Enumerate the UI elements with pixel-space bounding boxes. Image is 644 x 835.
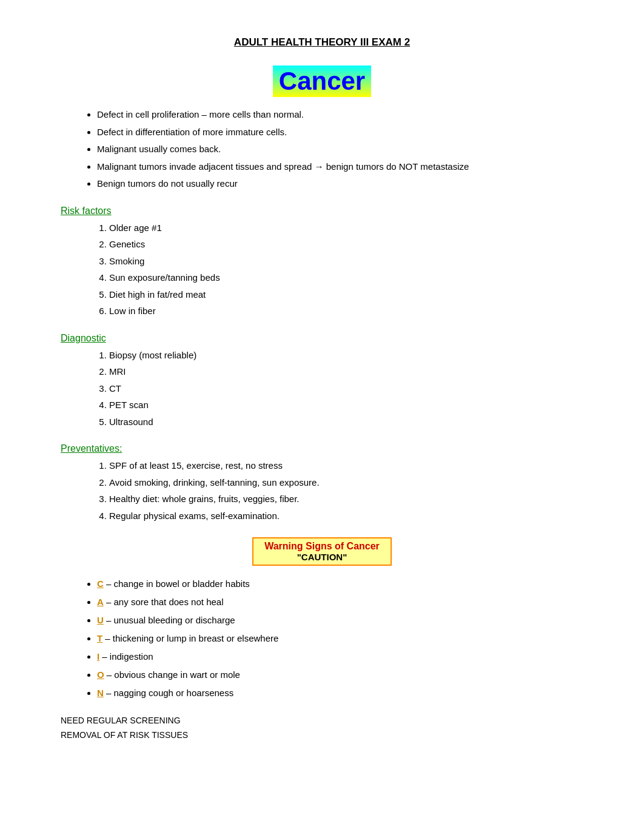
list-item: U – unusual bleeding or discharge xyxy=(97,613,583,628)
caution-letter-t: T xyxy=(97,633,102,643)
caution-text-t: – thickening or lump in breast or elsewh… xyxy=(105,633,278,643)
list-item: N – nagging cough or hoarseness xyxy=(97,686,583,700)
list-item: SPF of at least 15, exercise, rest, no s… xyxy=(109,459,583,473)
list-item: Defect in differentiation of more immatu… xyxy=(97,126,583,139)
footer-line2: REMOVAL OF AT RISK TISSUES xyxy=(61,728,583,743)
list-item: A – any sore that does not heal xyxy=(97,595,583,609)
list-item: Malignant tumors invade adjacent tissues… xyxy=(97,160,583,174)
caution-text-o: – obvious change in wart or mole xyxy=(107,669,240,680)
list-item: Diet high in fat/red meat xyxy=(109,288,583,302)
caution-letter-o: O xyxy=(97,669,104,680)
footer-line1: NEED REGULAR SCREENING xyxy=(61,714,583,728)
list-item: Ultrasound xyxy=(109,415,583,429)
risk-factors-list: Older age #1 Genetics Smoking Sun exposu… xyxy=(61,221,583,318)
list-item: Low in fiber xyxy=(109,304,583,318)
caution-letter-c: C xyxy=(97,578,104,589)
list-item: PET scan xyxy=(109,398,583,412)
preventatives-list: SPF of at least 15, exercise, rest, no s… xyxy=(61,459,583,523)
list-item: O – obvious change in wart or mole xyxy=(97,668,583,682)
footer: NEED REGULAR SCREENING REMOVAL OF AT RIS… xyxy=(61,714,583,743)
list-item: Biopsy (most reliable) xyxy=(109,349,583,363)
preventatives-heading: Preventatives: xyxy=(61,443,583,454)
list-item: Healthy diet: whole grains, fruits, vegg… xyxy=(109,492,583,506)
list-item: Regular physical exams, self-examination… xyxy=(109,509,583,523)
cancer-title-wrapper: Cancer xyxy=(61,65,583,97)
cancer-intro-list: Defect in cell proliferation – more cell… xyxy=(61,108,583,191)
list-item: Malignant usually comes back. xyxy=(97,143,583,156)
caution-letter-i: I xyxy=(97,651,99,662)
caution-text-u: – unusual bleeding or discharge xyxy=(106,615,235,625)
caution-letter-u: U xyxy=(97,615,104,625)
warning-subtitle: "CAUTION" xyxy=(264,552,380,562)
caution-letter-a: A xyxy=(97,597,104,607)
list-item: Older age #1 xyxy=(109,221,583,235)
caution-list: C – change in bowel or bladder habits A … xyxy=(61,577,583,700)
list-item: Benign tumors do not usually recur xyxy=(97,177,583,191)
caution-text-n: – nagging cough or hoarseness xyxy=(106,688,233,698)
caution-text-c: – change in bowel or bladder habits xyxy=(106,578,250,589)
list-item: T – thickening or lump in breast or else… xyxy=(97,631,583,646)
list-item: Genetics xyxy=(109,238,583,252)
list-item: Avoid smoking, drinking, self-tanning, s… xyxy=(109,476,583,490)
warning-section: Warning Signs of Cancer "CAUTION" xyxy=(61,537,583,566)
list-item: Sun exposure/tanning beds xyxy=(109,271,583,285)
caution-text-i: – indigestion xyxy=(102,651,153,662)
page-title: ADULT HEALTH THEORY III EXAM 2 xyxy=(61,36,583,49)
list-item: I – indigestion xyxy=(97,649,583,664)
list-item: C – change in bowel or bladder habits xyxy=(97,577,583,591)
list-item: Defect in cell proliferation – more cell… xyxy=(97,108,583,122)
list-item: Smoking xyxy=(109,255,583,269)
list-item: CT xyxy=(109,382,583,396)
warning-box: Warning Signs of Cancer "CAUTION" xyxy=(252,537,392,566)
caution-text-a: – any sore that does not heal xyxy=(106,597,223,607)
diagnostic-list: Biopsy (most reliable) MRI CT PET scan U… xyxy=(61,349,583,429)
risk-factors-heading: Risk factors xyxy=(61,206,583,216)
caution-letter-n: N xyxy=(97,688,104,698)
warning-title: Warning Signs of Cancer xyxy=(264,541,380,552)
diagnostic-heading: Diagnostic xyxy=(61,333,583,344)
cancer-title: Cancer xyxy=(273,65,371,97)
list-item: MRI xyxy=(109,365,583,379)
